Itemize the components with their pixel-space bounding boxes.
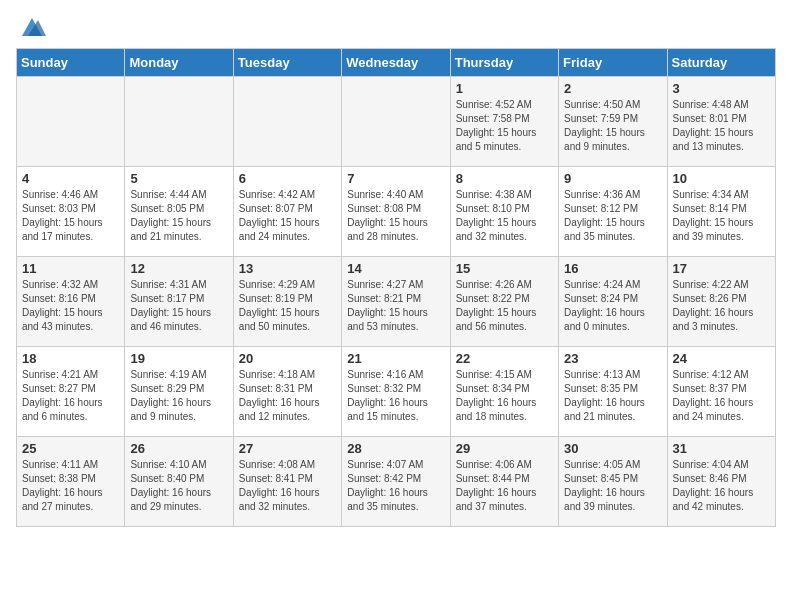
day-number: 8: [456, 171, 553, 186]
day-content: Sunrise: 4:05 AM Sunset: 8:45 PM Dayligh…: [564, 458, 661, 514]
header-cell-thursday: Thursday: [450, 49, 558, 77]
day-cell: [125, 77, 233, 167]
day-cell: 26Sunrise: 4:10 AM Sunset: 8:40 PM Dayli…: [125, 437, 233, 527]
day-cell: 28Sunrise: 4:07 AM Sunset: 8:42 PM Dayli…: [342, 437, 450, 527]
day-cell: 14Sunrise: 4:27 AM Sunset: 8:21 PM Dayli…: [342, 257, 450, 347]
day-cell: 4Sunrise: 4:46 AM Sunset: 8:03 PM Daylig…: [17, 167, 125, 257]
day-cell: 2Sunrise: 4:50 AM Sunset: 7:59 PM Daylig…: [559, 77, 667, 167]
day-number: 6: [239, 171, 336, 186]
day-content: Sunrise: 4:21 AM Sunset: 8:27 PM Dayligh…: [22, 368, 119, 424]
day-cell: 23Sunrise: 4:13 AM Sunset: 8:35 PM Dayli…: [559, 347, 667, 437]
day-number: 14: [347, 261, 444, 276]
day-cell: 30Sunrise: 4:05 AM Sunset: 8:45 PM Dayli…: [559, 437, 667, 527]
day-cell: 5Sunrise: 4:44 AM Sunset: 8:05 PM Daylig…: [125, 167, 233, 257]
week-row-1: 1Sunrise: 4:52 AM Sunset: 7:58 PM Daylig…: [17, 77, 776, 167]
day-cell: 20Sunrise: 4:18 AM Sunset: 8:31 PM Dayli…: [233, 347, 341, 437]
day-number: 3: [673, 81, 770, 96]
day-content: Sunrise: 4:38 AM Sunset: 8:10 PM Dayligh…: [456, 188, 553, 244]
day-content: Sunrise: 4:06 AM Sunset: 8:44 PM Dayligh…: [456, 458, 553, 514]
day-number: 20: [239, 351, 336, 366]
header-cell-monday: Monday: [125, 49, 233, 77]
day-number: 25: [22, 441, 119, 456]
day-cell: 27Sunrise: 4:08 AM Sunset: 8:41 PM Dayli…: [233, 437, 341, 527]
day-cell: 22Sunrise: 4:15 AM Sunset: 8:34 PM Dayli…: [450, 347, 558, 437]
day-cell: 12Sunrise: 4:31 AM Sunset: 8:17 PM Dayli…: [125, 257, 233, 347]
day-cell: 10Sunrise: 4:34 AM Sunset: 8:14 PM Dayli…: [667, 167, 775, 257]
day-cell: 31Sunrise: 4:04 AM Sunset: 8:46 PM Dayli…: [667, 437, 775, 527]
day-cell: 21Sunrise: 4:16 AM Sunset: 8:32 PM Dayli…: [342, 347, 450, 437]
day-cell: 6Sunrise: 4:42 AM Sunset: 8:07 PM Daylig…: [233, 167, 341, 257]
day-content: Sunrise: 4:13 AM Sunset: 8:35 PM Dayligh…: [564, 368, 661, 424]
day-content: Sunrise: 4:40 AM Sunset: 8:08 PM Dayligh…: [347, 188, 444, 244]
day-number: 23: [564, 351, 661, 366]
day-number: 2: [564, 81, 661, 96]
logo: [16, 16, 46, 38]
day-number: 28: [347, 441, 444, 456]
day-content: Sunrise: 4:32 AM Sunset: 8:16 PM Dayligh…: [22, 278, 119, 334]
day-number: 26: [130, 441, 227, 456]
day-number: 12: [130, 261, 227, 276]
day-content: Sunrise: 4:18 AM Sunset: 8:31 PM Dayligh…: [239, 368, 336, 424]
day-cell: 1Sunrise: 4:52 AM Sunset: 7:58 PM Daylig…: [450, 77, 558, 167]
day-cell: 16Sunrise: 4:24 AM Sunset: 8:24 PM Dayli…: [559, 257, 667, 347]
day-number: 22: [456, 351, 553, 366]
day-content: Sunrise: 4:42 AM Sunset: 8:07 PM Dayligh…: [239, 188, 336, 244]
week-row-2: 4Sunrise: 4:46 AM Sunset: 8:03 PM Daylig…: [17, 167, 776, 257]
day-cell: 8Sunrise: 4:38 AM Sunset: 8:10 PM Daylig…: [450, 167, 558, 257]
day-content: Sunrise: 4:12 AM Sunset: 8:37 PM Dayligh…: [673, 368, 770, 424]
day-content: Sunrise: 4:15 AM Sunset: 8:34 PM Dayligh…: [456, 368, 553, 424]
day-cell: 24Sunrise: 4:12 AM Sunset: 8:37 PM Dayli…: [667, 347, 775, 437]
week-row-3: 11Sunrise: 4:32 AM Sunset: 8:16 PM Dayli…: [17, 257, 776, 347]
day-cell: 3Sunrise: 4:48 AM Sunset: 8:01 PM Daylig…: [667, 77, 775, 167]
day-number: 16: [564, 261, 661, 276]
logo-icon: [18, 16, 46, 38]
day-content: Sunrise: 4:50 AM Sunset: 7:59 PM Dayligh…: [564, 98, 661, 154]
day-cell: 19Sunrise: 4:19 AM Sunset: 8:29 PM Dayli…: [125, 347, 233, 437]
day-cell: 17Sunrise: 4:22 AM Sunset: 8:26 PM Dayli…: [667, 257, 775, 347]
day-number: 31: [673, 441, 770, 456]
day-number: 30: [564, 441, 661, 456]
day-cell: 25Sunrise: 4:11 AM Sunset: 8:38 PM Dayli…: [17, 437, 125, 527]
header-cell-wednesday: Wednesday: [342, 49, 450, 77]
week-row-5: 25Sunrise: 4:11 AM Sunset: 8:38 PM Dayli…: [17, 437, 776, 527]
page-header: [16, 16, 776, 38]
header-cell-saturday: Saturday: [667, 49, 775, 77]
day-content: Sunrise: 4:24 AM Sunset: 8:24 PM Dayligh…: [564, 278, 661, 334]
day-number: 21: [347, 351, 444, 366]
day-content: Sunrise: 4:36 AM Sunset: 8:12 PM Dayligh…: [564, 188, 661, 244]
day-number: 17: [673, 261, 770, 276]
day-number: 15: [456, 261, 553, 276]
day-content: Sunrise: 4:27 AM Sunset: 8:21 PM Dayligh…: [347, 278, 444, 334]
day-content: Sunrise: 4:52 AM Sunset: 7:58 PM Dayligh…: [456, 98, 553, 154]
day-number: 19: [130, 351, 227, 366]
day-number: 29: [456, 441, 553, 456]
day-content: Sunrise: 4:08 AM Sunset: 8:41 PM Dayligh…: [239, 458, 336, 514]
day-cell: [342, 77, 450, 167]
header-cell-tuesday: Tuesday: [233, 49, 341, 77]
day-number: 18: [22, 351, 119, 366]
day-content: Sunrise: 4:48 AM Sunset: 8:01 PM Dayligh…: [673, 98, 770, 154]
day-number: 1: [456, 81, 553, 96]
day-content: Sunrise: 4:34 AM Sunset: 8:14 PM Dayligh…: [673, 188, 770, 244]
day-cell: 15Sunrise: 4:26 AM Sunset: 8:22 PM Dayli…: [450, 257, 558, 347]
day-cell: 9Sunrise: 4:36 AM Sunset: 8:12 PM Daylig…: [559, 167, 667, 257]
day-number: 27: [239, 441, 336, 456]
day-number: 24: [673, 351, 770, 366]
header-cell-friday: Friday: [559, 49, 667, 77]
day-content: Sunrise: 4:10 AM Sunset: 8:40 PM Dayligh…: [130, 458, 227, 514]
header-row: SundayMondayTuesdayWednesdayThursdayFrid…: [17, 49, 776, 77]
day-number: 13: [239, 261, 336, 276]
day-number: 9: [564, 171, 661, 186]
day-content: Sunrise: 4:19 AM Sunset: 8:29 PM Dayligh…: [130, 368, 227, 424]
day-cell: 11Sunrise: 4:32 AM Sunset: 8:16 PM Dayli…: [17, 257, 125, 347]
day-content: Sunrise: 4:46 AM Sunset: 8:03 PM Dayligh…: [22, 188, 119, 244]
day-content: Sunrise: 4:11 AM Sunset: 8:38 PM Dayligh…: [22, 458, 119, 514]
header-cell-sunday: Sunday: [17, 49, 125, 77]
day-content: Sunrise: 4:44 AM Sunset: 8:05 PM Dayligh…: [130, 188, 227, 244]
day-cell: 18Sunrise: 4:21 AM Sunset: 8:27 PM Dayli…: [17, 347, 125, 437]
day-number: 7: [347, 171, 444, 186]
day-content: Sunrise: 4:22 AM Sunset: 8:26 PM Dayligh…: [673, 278, 770, 334]
day-cell: 13Sunrise: 4:29 AM Sunset: 8:19 PM Dayli…: [233, 257, 341, 347]
day-cell: 7Sunrise: 4:40 AM Sunset: 8:08 PM Daylig…: [342, 167, 450, 257]
day-content: Sunrise: 4:07 AM Sunset: 8:42 PM Dayligh…: [347, 458, 444, 514]
